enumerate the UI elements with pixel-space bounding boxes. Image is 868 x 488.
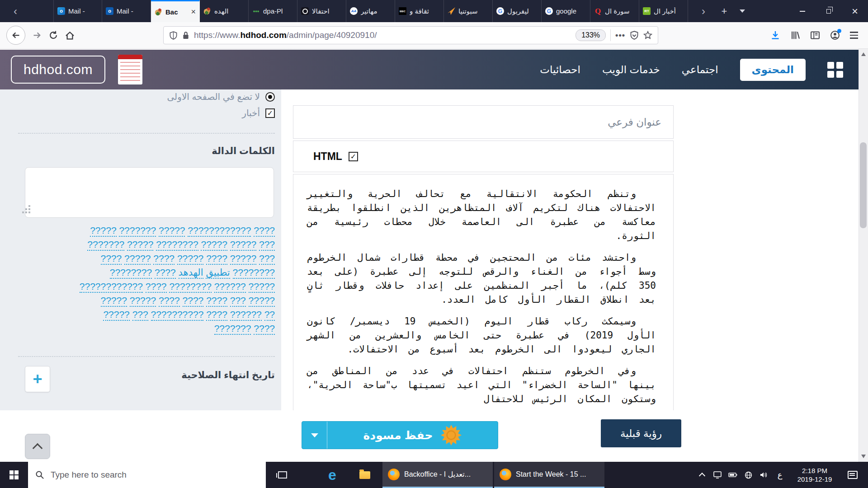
chevron-up-icon bbox=[33, 443, 43, 454]
save-draft-button[interactable]: حفظ مسودة bbox=[327, 422, 498, 449]
tab-scroll-right-icon[interactable] bbox=[692, 0, 715, 22]
keywords-textarea[interactable] bbox=[25, 167, 274, 218]
pocket-icon[interactable] bbox=[630, 31, 639, 40]
tracking-shield-icon[interactable] bbox=[169, 31, 178, 40]
taskbar-window-backoffice[interactable]: Backoffice - I تعديل... bbox=[382, 462, 493, 488]
action-center-button[interactable] bbox=[842, 471, 863, 479]
task-view-button[interactable] bbox=[269, 462, 296, 488]
resize-handle-icon[interactable] bbox=[28, 211, 30, 213]
browser-tab[interactable]: Mail - bbox=[53, 0, 102, 22]
browser-tab[interactable]: google bbox=[542, 0, 590, 22]
outlook-icon bbox=[106, 7, 113, 15]
hidden-icons-chevron[interactable] bbox=[695, 472, 709, 478]
forward-button[interactable] bbox=[33, 31, 42, 40]
site-logo[interactable]: hdhod.com bbox=[11, 56, 105, 84]
sputnik-plane-icon bbox=[448, 7, 455, 15]
subtitle-placeholder: عنوان فرعي bbox=[608, 116, 661, 128]
divider bbox=[18, 356, 275, 357]
editor-main: عنوان فرعي HTML وتنظم الحكومة الانتقالية… bbox=[281, 89, 859, 462]
preview-button[interactable]: رؤية قبلية bbox=[601, 419, 681, 447]
sidebar-toggle-icon[interactable] bbox=[810, 30, 820, 40]
scrollbar-up-icon[interactable] bbox=[861, 52, 866, 56]
taskbar-window-start-the-week[interactable]: Start the Week - 15 ... bbox=[494, 462, 604, 488]
tab-scroll-left-icon[interactable] bbox=[4, 0, 27, 22]
nav-statistics[interactable]: احصائيات bbox=[540, 64, 580, 76]
aa-agency-icon bbox=[350, 7, 358, 15]
display-icon[interactable] bbox=[711, 471, 724, 479]
screen: Mail - Mail - Bac الهده dpa-Pl احتفالا م… bbox=[0, 0, 868, 488]
scrollbar-thumb[interactable] bbox=[860, 142, 867, 228]
subtitle-field[interactable]: عنوان فرعي bbox=[293, 105, 674, 139]
keyword-link-line[interactable]: ??? ????? ???? ????? ???? ????? ???? bbox=[8, 251, 275, 265]
back-button[interactable] bbox=[6, 26, 25, 45]
network-globe-icon[interactable] bbox=[741, 471, 755, 479]
battery-icon[interactable] bbox=[726, 472, 740, 478]
browser-tab[interactable]: ثقافة و bbox=[395, 0, 444, 22]
keyword-link-line[interactable]: ??? ????? ????? ???????? ????? ??????? bbox=[8, 237, 275, 251]
file-explorer-button[interactable] bbox=[352, 462, 378, 488]
minimize-button[interactable] bbox=[789, 0, 816, 22]
news-checkbox[interactable] bbox=[265, 108, 275, 118]
start-button[interactable] bbox=[0, 462, 28, 488]
browser-tab-active[interactable]: Bac bbox=[151, 0, 200, 22]
zoom-level-badge[interactable]: 133% bbox=[576, 29, 606, 41]
save-options-dropdown[interactable] bbox=[302, 422, 327, 449]
bookmark-star-icon[interactable] bbox=[643, 31, 652, 40]
url-text[interactable]: https://www.hdhod.com/admin/page/4092091… bbox=[194, 30, 377, 40]
keyword-link-line[interactable]: ???????? تطبيق الهدهد ???? ???????? bbox=[8, 265, 275, 279]
close-window-button[interactable] bbox=[842, 0, 868, 22]
nav-social[interactable]: اجتماعي bbox=[682, 64, 718, 76]
account-icon[interactable] bbox=[830, 30, 840, 40]
keyword-link-line[interactable]: ????? ??? ???? ???? ???? ????? ????? bbox=[8, 293, 275, 307]
hudhud-bird-icon bbox=[155, 8, 162, 16]
browser-tab[interactable]: الهده bbox=[200, 0, 249, 22]
browser-tab[interactable]: احتفالا bbox=[297, 0, 346, 22]
new-tab-button[interactable] bbox=[715, 0, 733, 22]
restore-button[interactable] bbox=[816, 0, 842, 22]
browser-tab[interactable]: أخبار ال bbox=[639, 0, 688, 22]
html-checkbox[interactable] bbox=[349, 152, 358, 161]
browser-tab[interactable]: مهاتير bbox=[346, 0, 395, 22]
scroll-to-top-button[interactable] bbox=[25, 434, 50, 459]
edge-button[interactable] bbox=[319, 462, 345, 488]
article-thumbnail[interactable] bbox=[118, 55, 142, 84]
nav-content-active[interactable]: المحتوى bbox=[740, 59, 806, 81]
browser-tab[interactable]: dpa-Pl bbox=[249, 0, 297, 22]
scrollbar-down-icon[interactable] bbox=[861, 455, 866, 458]
download-icon[interactable] bbox=[770, 30, 780, 40]
language-indicator[interactable]: ع bbox=[772, 470, 788, 480]
firefox-icon bbox=[388, 469, 400, 480]
nav-web-services[interactable]: خدمات الويب bbox=[602, 64, 660, 76]
menu-icon[interactable] bbox=[850, 32, 858, 38]
library-icon[interactable] bbox=[790, 30, 800, 40]
close-tab-icon[interactable] bbox=[191, 7, 196, 17]
keyword-link-line[interactable]: ???? ??????? bbox=[8, 321, 275, 335]
divider bbox=[18, 133, 275, 134]
browser-tab-bar: Mail - Mail - Bac الهده dpa-Pl احتفالا م… bbox=[0, 0, 868, 22]
browser-tab[interactable]: Mail - bbox=[102, 0, 151, 22]
keyword-link-line[interactable]: ???? ???????????? ????? ??????? ????? bbox=[8, 223, 275, 237]
taskbar-clock[interactable]: 2:18 PM 2019-12-19 bbox=[789, 466, 840, 484]
front-page-radio[interactable] bbox=[265, 92, 275, 102]
url-domain: hdhod.com bbox=[240, 30, 286, 40]
window-title: Start the Week - 15 ... bbox=[516, 470, 586, 479]
page-scrollbar[interactable] bbox=[859, 49, 868, 462]
home-button[interactable] bbox=[65, 31, 75, 40]
tab-label: google bbox=[556, 7, 576, 15]
browser-tab[interactable]: سبوتنيا bbox=[444, 0, 493, 22]
google-g-icon bbox=[496, 7, 504, 15]
browser-tab[interactable]: سورة ال bbox=[590, 0, 639, 22]
taskbar-search[interactable]: Type here to search bbox=[28, 462, 266, 488]
keyword-link-line[interactable]: ????? ?????? ???????? ???? ???????????? bbox=[8, 279, 275, 293]
save-draft-split-button: حفظ مسودة bbox=[302, 421, 498, 449]
apps-grid-icon[interactable] bbox=[827, 62, 843, 78]
reload-button[interactable] bbox=[49, 31, 58, 40]
add-expiry-date-button[interactable]: + bbox=[25, 366, 50, 392]
keyword-link-line[interactable]: ?? ?????? ???? ?????????? ??? ????? bbox=[8, 307, 275, 321]
url-bar[interactable]: https://www.hdhod.com/admin/page/4092091… bbox=[163, 26, 658, 44]
list-all-tabs-icon[interactable] bbox=[733, 0, 751, 22]
page-actions-icon[interactable] bbox=[615, 31, 625, 40]
windows-taskbar: Type here to search Backoffice - I تعديل… bbox=[0, 462, 868, 488]
volume-icon[interactable] bbox=[757, 471, 770, 479]
browser-tab[interactable]: ليفربول bbox=[493, 0, 542, 22]
